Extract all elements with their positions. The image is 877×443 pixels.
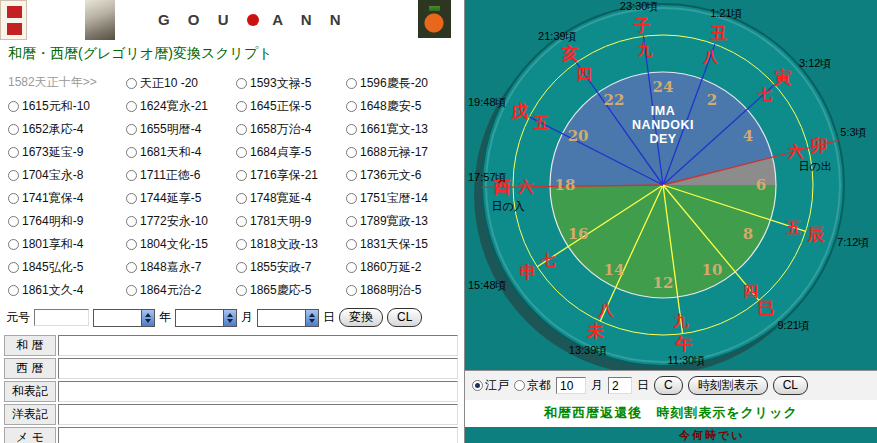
era-radio-option[interactable]: 1684貞享-5 [236,144,346,161]
radio-icon[interactable] [8,193,19,204]
result-field[interactable] [58,427,458,443]
era-radio-option[interactable]: 1736元文-6 [346,167,463,184]
radio-icon[interactable] [8,170,19,181]
radio-icon[interactable] [236,262,247,273]
year-select[interactable] [93,309,155,327]
era-radio-option[interactable]: 1648慶安-5 [346,98,463,115]
radio-icon[interactable] [236,239,247,250]
radio-icon[interactable] [346,147,357,158]
radio-icon[interactable] [346,216,357,227]
era-radio-option[interactable]: 1748寛延-4 [236,190,346,207]
radio-icon[interactable] [346,285,357,296]
month-input[interactable] [556,377,586,394]
era-radio-option[interactable]: 1624寛永-21 [126,98,236,115]
era-radio-option[interactable]: 1615元和-10 [8,98,126,115]
era-radio-option[interactable]: 1868明治-5 [346,282,463,299]
radio-icon[interactable] [126,216,137,227]
radio-icon[interactable] [8,262,19,273]
radio-icon[interactable] [346,170,357,181]
day-select[interactable] [257,309,319,327]
radio-icon[interactable] [126,101,137,112]
era-radio-option[interactable]: 1645正保-5 [236,98,346,115]
radio-icon[interactable] [8,101,19,112]
era-radio-option[interactable]: 1861文久-4 [8,282,126,299]
result-field[interactable] [58,404,458,425]
radio-icon[interactable] [8,124,19,135]
era-radio-option[interactable]: 1751宝暦-14 [346,190,463,207]
era-radio-option[interactable]: 1789寛政-13 [346,213,463,230]
radio-icon[interactable] [346,262,357,273]
radio-icon[interactable] [346,101,357,112]
radio-icon[interactable] [346,78,357,89]
radio-icon[interactable] [236,170,247,181]
cl-button[interactable]: CL [773,376,808,395]
era-radio-option[interactable]: 1658万治-4 [236,121,346,138]
era-label: 1596慶長-20 [360,75,428,92]
radio-icon[interactable] [126,78,137,89]
time-chart-display-button[interactable]: 時刻割表示 [688,376,768,395]
era-radio-option[interactable]: 1661寛文-13 [346,121,463,138]
era-radio-option[interactable]: 1711正徳-6 [126,167,236,184]
convert-button[interactable]: 変換 [339,308,383,327]
radio-icon[interactable] [236,216,247,227]
era-radio-option[interactable]: 1688元禄-17 [346,144,463,161]
kyoto-radio[interactable]: 京都 [514,377,551,394]
era-radio-option[interactable]: 1845弘化-5 [8,259,126,276]
era-radio-option[interactable]: 1831天保-15 [346,236,463,253]
result-field[interactable] [58,381,458,402]
era-label: 1751宝暦-14 [360,190,428,207]
radio-icon[interactable] [126,262,137,273]
era-radio-option[interactable]: 1596慶長-20 [346,75,463,92]
c-button[interactable]: C [654,376,683,395]
era-radio-option[interactable]: 1744延享-5 [126,190,236,207]
radio-icon[interactable] [236,101,247,112]
era-radio-option[interactable]: 1593文禄-5 [236,75,346,92]
era-radio-option[interactable]: 1764明和-9 [8,213,126,230]
era-radio-option[interactable]: 1655明暦-4 [126,121,236,138]
era-radio-option[interactable]: 1716享保-21 [236,167,346,184]
era-radio-option[interactable]: 1673延宝-9 [8,144,126,161]
radio-icon[interactable] [126,285,137,296]
radio-icon[interactable] [8,216,19,227]
radio-icon[interactable] [126,170,137,181]
era-radio-option[interactable]: 1855安政-7 [236,259,346,276]
result-field[interactable] [58,335,458,356]
era-radio-option[interactable]: 1741寛保-4 [8,190,126,207]
era-label: 天正10 -20 [140,75,198,92]
era-radio-option[interactable]: 1848嘉永-7 [126,259,236,276]
era-radio-option[interactable]: 1681天和-4 [126,144,236,161]
logo-text-left: G O U [158,11,236,28]
era-radio-option[interactable]: 1864元治-2 [126,282,236,299]
radio-icon[interactable] [346,193,357,204]
radio-icon[interactable] [126,124,137,135]
day-input[interactable] [608,377,632,394]
radio-icon[interactable] [236,285,247,296]
radio-icon[interactable] [8,285,19,296]
result-field[interactable] [58,358,458,379]
radio-icon[interactable] [236,124,247,135]
era-radio-option[interactable]: 1772安永-10 [126,213,236,230]
radio-icon[interactable] [236,78,247,89]
radio-icon[interactable] [126,147,137,158]
month-select[interactable] [175,309,237,327]
era-radio-option[interactable]: 1652承応-4 [8,121,126,138]
era-radio-option[interactable]: 1804文化-15 [126,236,236,253]
era-input[interactable] [34,309,89,326]
radio-icon[interactable] [8,147,19,158]
radio-icon[interactable] [236,147,247,158]
era-radio-option[interactable]: 1801享和-4 [8,236,126,253]
radio-icon[interactable] [236,193,247,204]
era-radio-option[interactable]: 1818文政-13 [236,236,346,253]
radio-icon[interactable] [346,124,357,135]
clear-button[interactable]: CL [387,308,422,327]
era-radio-option[interactable]: 天正10 -20 [126,75,236,92]
era-radio-option[interactable]: 1781天明-9 [236,213,346,230]
era-radio-option[interactable]: 1865慶応-5 [236,282,346,299]
radio-icon[interactable] [126,193,137,204]
era-radio-option[interactable]: 1704宝永-8 [8,167,126,184]
edo-radio[interactable]: 江戸 [472,377,509,394]
radio-icon[interactable] [126,239,137,250]
era-radio-option[interactable]: 1860万延-2 [346,259,463,276]
radio-icon[interactable] [346,239,357,250]
radio-icon[interactable] [8,239,19,250]
